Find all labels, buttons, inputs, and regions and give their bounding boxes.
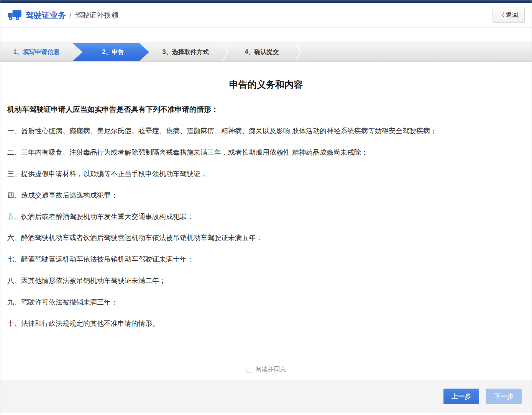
chevron-separator-icon — [295, 43, 302, 61]
step-tab-3-pickup-method[interactable]: 3、选择取件方式 — [149, 43, 222, 61]
declaration-item: 九、驾驶许可依法被撤销未满三年； — [7, 297, 525, 308]
top-accent-bar — [0, 0, 532, 3]
back-button[interactable]: 〈 返回 — [493, 8, 525, 23]
declaration-item: 五、饮酒后或者醉酒驾驶机动车发生重大交通事故构成犯罪； — [7, 212, 525, 222]
step-tab-1-fill-info[interactable]: 1、填写申请信息 — [0, 43, 72, 61]
declaration-content: 申告的义务和内容 机动车驾驶证申请人应当如实申告是否具有下列不准申请的情形： 一… — [0, 62, 532, 380]
back-button-label: 返回 — [506, 11, 518, 19]
step-bar-filler — [302, 43, 532, 61]
step-tab-2-declaration[interactable]: 2、申告 — [72, 43, 149, 61]
previous-step-button[interactable]: 上一步 — [443, 389, 479, 404]
declaration-item: 八、因其他情形依法被吊销机动车驾驶证未满二年； — [7, 276, 525, 286]
agree-checkbox-label[interactable]: 阅读并同意 — [256, 366, 286, 374]
breadcrumb-separator: / — [69, 11, 71, 20]
declaration-item: 七、醉酒驾驶营运机动车依法被吊销机动车驾驶证未满十年； — [7, 254, 525, 265]
declaration-item: 六、醉酒驾驶机动车或者饮酒后驾驶营运机动车依法被吊销机动车驾驶证未满五年； — [7, 233, 525, 243]
truck-icon — [7, 10, 22, 21]
chevron-separator-icon — [222, 43, 229, 61]
page-container: 驾驶证业务 / 驾驶证补换领 〈 返回 1、填写申请信息 2、申告 3、选择取件… — [0, 0, 532, 415]
footer-action-bar: 上一步 下一步 — [0, 380, 532, 413]
declaration-item: 一、器质性心脏病、癫痫病、美尼尔氏症、眩晕症、癔病、震颤麻痹、精神病、痴呆以及影… — [7, 126, 525, 137]
header: 驾驶证业务 / 驾驶证补换领 〈 返回 — [0, 3, 532, 28]
next-step-button[interactable]: 下一步 — [486, 389, 522, 404]
agree-checkbox[interactable] — [246, 367, 252, 373]
page-title: 申告的义务和内容 — [7, 78, 525, 91]
declaration-intro: 机动车驾驶证申请人应当如实申告是否具有下列不准申请的情形： — [7, 105, 525, 114]
declaration-item: 二、三年内有吸食、注射毒品行为或者解除强制隔离戒毒措施未满三年，或者长期服用依赖… — [7, 147, 525, 158]
chevron-left-icon: 〈 — [499, 12, 504, 19]
breadcrumb-secondary: 驾驶证补换领 — [75, 10, 118, 20]
step-tab-4-confirm-submit[interactable]: 4、确认提交 — [229, 43, 295, 61]
declaration-item: 三、提供虚假申请材料，以欺骗等不正当手段申领机动车驾驶证； — [7, 169, 525, 180]
breadcrumb-primary[interactable]: 驾驶证业务 — [26, 10, 66, 21]
step-wizard-bar: 1、填写申请信息 2、申告 3、选择取件方式 4、确认提交 — [0, 42, 532, 62]
declaration-item: 十、法律和行政法规规定的其他不准申请的情形。 — [7, 319, 525, 329]
agreement-row: 阅读并同意 — [7, 366, 525, 374]
declaration-item: 四、造成交通事故后逃逸构成犯罪； — [7, 190, 525, 201]
